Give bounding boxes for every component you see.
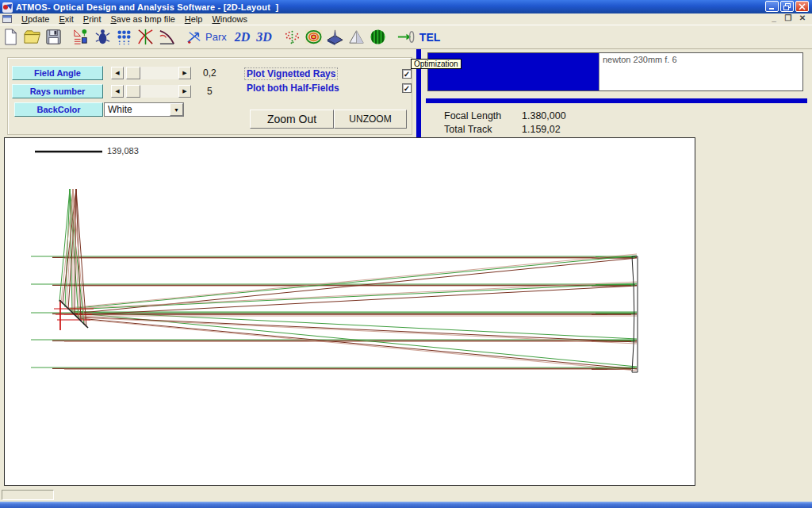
menu-item-windows[interactable]: Windows <box>207 14 252 24</box>
scale-bar-label: 139,083 <box>107 146 139 156</box>
child-window-controls: _ ❐ ✕ <box>769 13 807 22</box>
save-button[interactable] <box>43 26 64 48</box>
ray-fan-button[interactable] <box>135 26 156 48</box>
view-2d-button[interactable]: 2D <box>235 30 251 44</box>
ray-fan-icon <box>136 28 155 46</box>
status-panel <box>2 490 54 500</box>
menu-item-save-as-bmp-file[interactable]: Save as bmp file <box>105 14 179 24</box>
checkbox[interactable]: ✓ <box>402 69 412 79</box>
window-bottom-border <box>0 502 812 508</box>
info-row: Total Track1.159,02 <box>444 124 566 137</box>
layout-plot-button[interactable] <box>71 26 92 48</box>
aberration-curve-icon <box>158 28 176 46</box>
new-file-button[interactable] <box>0 26 21 48</box>
toolbar: Parx 2D 3D TEL <box>0 25 812 49</box>
horizontal-divider <box>426 98 807 103</box>
menu-items: UpdateExitPrintSave as bmp fileHelpWindo… <box>17 14 252 24</box>
menu-item-exit[interactable]: Exit <box>54 14 78 24</box>
checkbox-row: Plot both Half-Fields✓ <box>245 81 412 95</box>
scroll-right-arrow-icon[interactable]: ▶ <box>178 67 191 79</box>
app-icon <box>2 2 13 12</box>
scroll-thumb[interactable] <box>126 85 140 98</box>
checkbox-label: Plot Vignetted Rays <box>245 68 337 79</box>
bug-icon <box>94 28 112 46</box>
back-color-button[interactable]: BackColor <box>14 102 103 117</box>
minimize-button[interactable] <box>765 1 779 12</box>
new-file-icon <box>2 28 20 46</box>
child-window-icon[interactable] <box>2 15 12 23</box>
scroll-right-arrow-icon[interactable]: ▶ <box>178 85 191 98</box>
menu-item-print[interactable]: Print <box>79 14 106 24</box>
tel-label[interactable]: TEL <box>419 31 440 44</box>
status-bar <box>0 488 812 502</box>
chevron-down-icon[interactable]: ▼ <box>170 103 183 116</box>
menu-bar: UpdateExitPrintSave as bmp fileHelpWindo… <box>0 13 812 25</box>
title-bar: ATMOS- Optical Design and Analysis Softw… <box>0 0 812 13</box>
mtf-sphere-icon <box>369 28 387 46</box>
rays-number-value: 5 <box>207 86 213 97</box>
mtf-sphere-button[interactable] <box>367 26 389 48</box>
unzoom-button[interactable]: UNZOOM <box>334 110 407 129</box>
open-folder-icon <box>23 28 41 46</box>
window-title: ATMOS- Optical Design and Analysis Softw… <box>16 2 278 12</box>
checkbox-label: Plot both Half-Fields <box>245 83 341 94</box>
zoom-out-button[interactable]: Zoom Out <box>250 110 334 129</box>
field-angle-button[interactable]: Field Angle <box>12 66 103 80</box>
wavefront-map-icon <box>304 28 323 46</box>
surface-3d-icon <box>326 28 344 46</box>
spot-matrix-icon <box>115 28 133 46</box>
info-value: 1.380,000 <box>522 110 566 124</box>
info-row: Focal Length1.380,000 <box>444 110 566 124</box>
parx-button[interactable] <box>184 26 205 48</box>
parx-arrows-icon <box>186 28 204 46</box>
info-rows: Focal Length1.380,000Total Track1.159,02 <box>444 110 566 137</box>
info-label: Total Track <box>444 124 522 137</box>
go-telescope-icon <box>396 28 415 46</box>
rays-number-scrollbar[interactable]: ◀ ▶ <box>111 85 191 98</box>
application-window: ATMOS- Optical Design and Analysis Softw… <box>0 0 812 508</box>
bug-tool-button[interactable] <box>92 26 113 48</box>
rays-number-button[interactable]: Rays number <box>12 84 103 98</box>
field-angle-scrollbar[interactable]: ◀ ▶ <box>111 67 191 79</box>
child-close-button[interactable]: ✕ <box>798 13 807 22</box>
checkbox[interactable]: ✓ <box>402 83 412 93</box>
optimization-tooltip: Optimization <box>411 59 462 69</box>
field-angle-value: 0,2 <box>203 67 216 79</box>
restore-button[interactable] <box>780 1 794 12</box>
scroll-left-arrow-icon[interactable]: ◀ <box>111 67 124 79</box>
design-name-box[interactable]: newton 230mm f. 6 <box>599 53 802 90</box>
ray-diagram <box>5 138 696 487</box>
spot-diagram-icon <box>283 28 301 46</box>
prism-icon <box>347 28 366 46</box>
design-strip: newton 230mm f. 6 <box>427 52 803 91</box>
menu-item-update[interactable]: Update <box>17 14 54 24</box>
scroll-thumb[interactable] <box>126 67 140 79</box>
layout-plot-area[interactable]: 139,083 <box>4 137 695 486</box>
scroll-left-arrow-icon[interactable]: ◀ <box>111 85 124 98</box>
menu-item-help[interactable]: Help <box>180 14 208 24</box>
wavefront-map-button[interactable] <box>303 26 324 48</box>
back-color-select[interactable]: White ▼ <box>104 102 184 117</box>
child-restore-button[interactable]: ❐ <box>783 13 793 22</box>
go-telescope-button[interactable] <box>395 26 416 48</box>
prism-button[interactable] <box>346 26 367 48</box>
info-value: 1.159,02 <box>522 124 561 137</box>
back-color-value: White <box>105 103 170 116</box>
surface-3d-button[interactable] <box>324 26 346 48</box>
open-file-button[interactable] <box>21 26 43 48</box>
view-3d-button[interactable]: 3D <box>256 30 272 44</box>
close-button[interactable] <box>795 1 809 12</box>
parx-label[interactable]: Parx <box>205 31 227 43</box>
aberration-curve-button[interactable] <box>156 26 178 48</box>
child-minimize-button[interactable]: _ <box>769 13 779 22</box>
checkbox-group: Plot Vignetted Rays✓Plot both Half-Field… <box>245 67 412 95</box>
spot-matrix-button[interactable] <box>113 26 135 48</box>
save-floppy-icon <box>44 28 63 46</box>
checkbox-row: Plot Vignetted Rays✓ <box>245 67 412 81</box>
layout-plot-icon <box>72 28 90 46</box>
info-label: Focal Length <box>444 110 522 124</box>
spot-diagram-button[interactable] <box>282 26 303 48</box>
